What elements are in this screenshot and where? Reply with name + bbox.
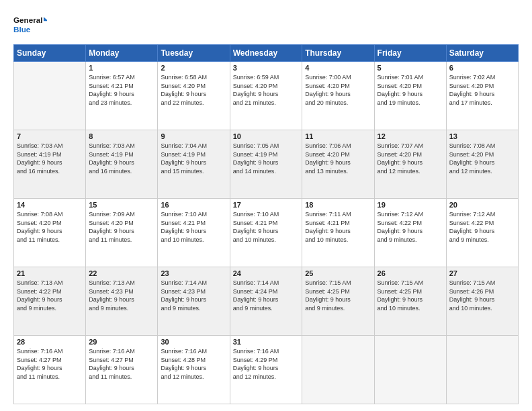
calendar-cell: 11Sunrise: 7:06 AMSunset: 4:20 PMDayligh… <box>302 130 374 199</box>
day-header-tuesday: Tuesday <box>158 45 230 62</box>
day-number: 18 <box>305 201 371 209</box>
day-header-sunday: Sunday <box>14 45 86 62</box>
day-number: 21 <box>17 269 83 277</box>
calendar-cell: 20Sunrise: 7:12 AMSunset: 4:22 PMDayligh… <box>446 199 518 267</box>
day-info: Sunrise: 7:12 AMSunset: 4:22 PMDaylight:… <box>378 210 443 244</box>
day-info: Sunrise: 7:04 AMSunset: 4:19 PMDaylight:… <box>161 142 226 175</box>
day-number: 1 <box>89 64 154 72</box>
day-number: 24 <box>233 269 300 277</box>
day-info: Sunrise: 7:13 AMSunset: 4:23 PMDaylight:… <box>89 279 154 312</box>
calendar-cell: 22Sunrise: 7:13 AMSunset: 4:23 PMDayligh… <box>86 267 158 336</box>
week-row-5: 28Sunrise: 7:16 AMSunset: 4:27 PMDayligh… <box>14 336 519 404</box>
calendar-cell: 8Sunrise: 7:03 AMSunset: 4:19 PMDaylight… <box>86 130 158 199</box>
calendar-cell <box>14 62 86 130</box>
calendar-cell: 29Sunrise: 7:16 AMSunset: 4:27 PMDayligh… <box>86 336 158 404</box>
day-info: Sunrise: 7:14 AMSunset: 4:24 PMDaylight:… <box>233 279 300 312</box>
day-info: Sunrise: 7:12 AMSunset: 4:22 PMDaylight:… <box>449 210 515 244</box>
day-info: Sunrise: 7:03 AMSunset: 4:19 PMDaylight:… <box>89 142 154 175</box>
calendar-cell: 16Sunrise: 7:10 AMSunset: 4:21 PMDayligh… <box>158 199 230 267</box>
day-number: 7 <box>17 132 83 140</box>
calendar-cell: 31Sunrise: 7:16 AMSunset: 4:29 PMDayligh… <box>230 336 302 404</box>
day-info: Sunrise: 7:14 AMSunset: 4:23 PMDaylight:… <box>161 279 226 312</box>
day-number: 30 <box>161 338 226 346</box>
day-number: 19 <box>378 201 443 209</box>
calendar-cell: 18Sunrise: 7:11 AMSunset: 4:21 PMDayligh… <box>302 199 374 267</box>
day-info: Sunrise: 7:02 AMSunset: 4:20 PMDaylight:… <box>449 73 515 107</box>
day-header-saturday: Saturday <box>446 45 518 62</box>
svg-marker-2 <box>44 17 47 21</box>
calendar-cell: 26Sunrise: 7:15 AMSunset: 4:25 PMDayligh… <box>374 267 446 336</box>
day-info: Sunrise: 7:15 AMSunset: 4:26 PMDaylight:… <box>449 279 515 312</box>
day-number: 11 <box>305 132 371 140</box>
day-info: Sunrise: 7:16 AMSunset: 4:29 PMDaylight:… <box>233 347 300 381</box>
header: General Blue <box>13 12 519 38</box>
day-info: Sunrise: 7:09 AMSunset: 4:20 PMDaylight:… <box>89 210 154 244</box>
calendar-cell: 19Sunrise: 7:12 AMSunset: 4:22 PMDayligh… <box>374 199 446 267</box>
logo: General Blue <box>13 12 47 38</box>
calendar-cell <box>446 336 518 404</box>
calendar-cell: 1Sunrise: 6:57 AMSunset: 4:21 PMDaylight… <box>86 62 158 130</box>
calendar-table: SundayMondayTuesdayWednesdayThursdayFrid… <box>13 44 519 404</box>
calendar-cell: 10Sunrise: 7:05 AMSunset: 4:19 PMDayligh… <box>230 130 302 199</box>
day-number: 9 <box>161 132 226 140</box>
day-number: 12 <box>378 132 443 140</box>
page: General Blue SundayMondayTuesdayWednesda… <box>0 0 532 411</box>
header-row: SundayMondayTuesdayWednesdayThursdayFrid… <box>14 45 519 62</box>
day-number: 16 <box>161 201 226 209</box>
day-header-monday: Monday <box>86 45 158 62</box>
day-info: Sunrise: 7:07 AMSunset: 4:20 PMDaylight:… <box>378 142 443 175</box>
day-info: Sunrise: 7:10 AMSunset: 4:21 PMDaylight:… <box>233 210 300 244</box>
day-info: Sunrise: 7:00 AMSunset: 4:20 PMDaylight:… <box>305 73 371 107</box>
day-info: Sunrise: 7:15 AMSunset: 4:25 PMDaylight:… <box>305 279 371 312</box>
calendar-cell: 2Sunrise: 6:58 AMSunset: 4:20 PMDaylight… <box>158 62 230 130</box>
calendar-cell: 6Sunrise: 7:02 AMSunset: 4:20 PMDaylight… <box>446 62 518 130</box>
day-number: 27 <box>449 269 515 277</box>
calendar-cell: 27Sunrise: 7:15 AMSunset: 4:26 PMDayligh… <box>446 267 518 336</box>
day-info: Sunrise: 7:05 AMSunset: 4:19 PMDaylight:… <box>233 142 300 175</box>
day-number: 28 <box>17 338 83 346</box>
calendar-cell: 14Sunrise: 7:08 AMSunset: 4:20 PMDayligh… <box>14 199 86 267</box>
day-number: 5 <box>378 64 443 72</box>
calendar-cell: 17Sunrise: 7:10 AMSunset: 4:21 PMDayligh… <box>230 199 302 267</box>
logo-svg: General Blue <box>13 12 47 38</box>
day-number: 10 <box>233 132 300 140</box>
day-info: Sunrise: 7:15 AMSunset: 4:25 PMDaylight:… <box>378 279 443 312</box>
calendar-cell: 24Sunrise: 7:14 AMSunset: 4:24 PMDayligh… <box>230 267 302 336</box>
svg-text:General: General <box>13 16 42 25</box>
day-info: Sunrise: 7:01 AMSunset: 4:20 PMDaylight:… <box>378 73 443 107</box>
calendar-cell: 3Sunrise: 6:59 AMSunset: 4:20 PMDaylight… <box>230 62 302 130</box>
calendar-cell: 28Sunrise: 7:16 AMSunset: 4:27 PMDayligh… <box>14 336 86 404</box>
week-row-1: 1Sunrise: 6:57 AMSunset: 4:21 PMDaylight… <box>14 62 519 130</box>
day-number: 22 <box>89 269 154 277</box>
calendar-cell <box>302 336 374 404</box>
calendar-cell: 21Sunrise: 7:13 AMSunset: 4:22 PMDayligh… <box>14 267 86 336</box>
day-number: 13 <box>449 132 515 140</box>
day-number: 31 <box>233 338 300 346</box>
day-number: 15 <box>89 201 154 209</box>
day-header-thursday: Thursday <box>302 45 374 62</box>
day-info: Sunrise: 7:08 AMSunset: 4:20 PMDaylight:… <box>17 210 83 244</box>
day-number: 25 <box>305 269 371 277</box>
calendar-cell <box>374 336 446 404</box>
day-number: 20 <box>449 201 515 209</box>
calendar-cell: 23Sunrise: 7:14 AMSunset: 4:23 PMDayligh… <box>158 267 230 336</box>
day-number: 8 <box>89 132 154 140</box>
week-row-4: 21Sunrise: 7:13 AMSunset: 4:22 PMDayligh… <box>14 267 519 336</box>
day-number: 23 <box>161 269 226 277</box>
day-number: 2 <box>161 64 226 72</box>
calendar-cell: 30Sunrise: 7:16 AMSunset: 4:28 PMDayligh… <box>158 336 230 404</box>
day-info: Sunrise: 7:08 AMSunset: 4:20 PMDaylight:… <box>449 142 515 175</box>
day-number: 3 <box>233 64 300 72</box>
day-number: 4 <box>305 64 371 72</box>
day-info: Sunrise: 7:16 AMSunset: 4:28 PMDaylight:… <box>161 347 226 381</box>
day-number: 17 <box>233 201 300 209</box>
calendar-cell: 4Sunrise: 7:00 AMSunset: 4:20 PMDaylight… <box>302 62 374 130</box>
day-number: 14 <box>17 201 83 209</box>
day-info: Sunrise: 7:13 AMSunset: 4:22 PMDaylight:… <box>17 279 83 312</box>
calendar-cell: 7Sunrise: 7:03 AMSunset: 4:19 PMDaylight… <box>14 130 86 199</box>
calendar-cell: 13Sunrise: 7:08 AMSunset: 4:20 PMDayligh… <box>446 130 518 199</box>
day-info: Sunrise: 6:58 AMSunset: 4:20 PMDaylight:… <box>161 73 226 107</box>
calendar-cell: 15Sunrise: 7:09 AMSunset: 4:20 PMDayligh… <box>86 199 158 267</box>
day-number: 26 <box>378 269 443 277</box>
day-info: Sunrise: 6:57 AMSunset: 4:21 PMDaylight:… <box>89 73 154 107</box>
